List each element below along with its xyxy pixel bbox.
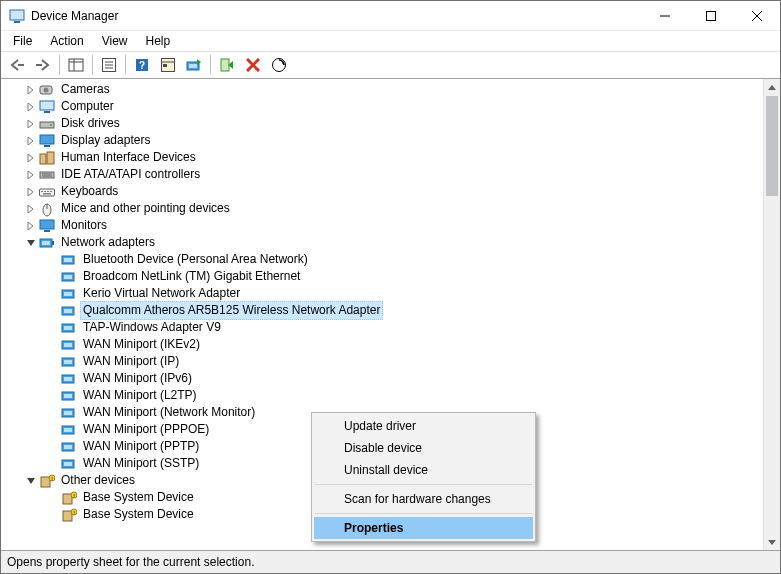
show-hide-tree-button[interactable] <box>64 53 88 77</box>
network-adapter-icon <box>61 320 77 336</box>
menu-bar: File Action View Help <box>1 31 780 51</box>
chevron-right-icon[interactable] <box>23 99 39 115</box>
svg-rect-36 <box>40 172 54 178</box>
tree-category-computer[interactable]: Computer <box>1 98 780 115</box>
chevron-down-icon[interactable] <box>23 473 39 489</box>
minimize-button[interactable] <box>642 1 688 31</box>
chevron-down-icon[interactable] <box>23 235 39 251</box>
svg-rect-55 <box>64 275 72 279</box>
toolbar: ? <box>1 51 780 79</box>
forward-button[interactable] <box>31 53 55 77</box>
uninstall-device-button[interactable] <box>241 53 265 77</box>
title-bar[interactable]: Device Manager <box>1 1 780 31</box>
tree-item[interactable]: WAN Miniport (IKEv2) <box>1 336 780 353</box>
svg-rect-29 <box>44 111 50 113</box>
scan-hardware-button[interactable] <box>267 53 291 77</box>
ide-icon <box>39 167 55 183</box>
network-adapter-icon <box>61 252 77 268</box>
monitor-icon <box>39 218 55 234</box>
network-adapter-icon <box>61 303 77 319</box>
svg-rect-22 <box>221 59 229 71</box>
chevron-right-icon[interactable] <box>23 133 39 149</box>
tree-category-display-adapters[interactable]: Display adapters <box>1 132 780 149</box>
svg-rect-75 <box>64 445 72 449</box>
chevron-right-icon[interactable] <box>23 218 39 234</box>
menu-file[interactable]: File <box>5 32 40 50</box>
tree-category-network-adapters[interactable]: Network adapters <box>1 234 780 251</box>
svg-point-27 <box>44 87 49 92</box>
tree-category-hid[interactable]: Human Interface Devices <box>1 149 780 166</box>
network-adapter-icon <box>61 354 77 370</box>
network-adapter-icon <box>61 422 77 438</box>
tree-category-monitors[interactable]: Monitors <box>1 217 780 234</box>
chevron-right-icon[interactable] <box>23 167 39 183</box>
tree-item[interactable]: Kerio Virtual Network Adapter <box>1 285 780 302</box>
context-menu-disable-device[interactable]: Disable device <box>314 437 533 459</box>
menu-action[interactable]: Action <box>42 32 91 50</box>
action-button[interactable] <box>156 53 180 77</box>
display-adapter-icon <box>39 133 55 149</box>
svg-rect-61 <box>64 326 72 330</box>
context-menu: Update driver Disable device Uninstall d… <box>311 412 536 542</box>
tree-item[interactable]: WAN Miniport (IPv6) <box>1 370 780 387</box>
context-menu-properties[interactable]: Properties <box>314 517 533 539</box>
other-devices-icon: ! <box>39 473 55 489</box>
menu-help[interactable]: Help <box>138 32 179 50</box>
chevron-right-icon[interactable] <box>23 116 39 132</box>
network-adapter-icon <box>39 235 55 251</box>
svg-rect-50 <box>42 241 50 245</box>
update-driver-button[interactable] <box>182 53 206 77</box>
computer-icon <box>39 99 55 115</box>
network-adapter-icon <box>61 286 77 302</box>
tree-item-selected[interactable]: Qualcomm Atheros AR5B125 Wireless Networ… <box>1 302 780 319</box>
enable-device-button[interactable] <box>215 53 239 77</box>
scroll-up-button[interactable] <box>764 79 780 96</box>
tree-item[interactable]: Broadcom NetLink (TM) Gigabit Ethernet <box>1 268 780 285</box>
camera-icon <box>39 82 55 98</box>
tree-item[interactable]: Bluetooth Device (Personal Area Network) <box>1 251 780 268</box>
svg-rect-65 <box>64 360 72 364</box>
svg-rect-77 <box>64 462 72 466</box>
scroll-down-button[interactable] <box>764 533 780 550</box>
svg-rect-51 <box>52 241 54 245</box>
context-menu-update-driver[interactable]: Update driver <box>314 415 533 437</box>
chevron-right-icon[interactable] <box>23 150 39 166</box>
toolbar-separator <box>92 55 93 75</box>
tree-category-disk-drives[interactable]: Disk drives <box>1 115 780 132</box>
svg-rect-0 <box>10 10 24 20</box>
svg-rect-35 <box>47 152 54 164</box>
tree-item[interactable]: TAP-Windows Adapter V9 <box>1 319 780 336</box>
help-button[interactable]: ? <box>130 53 154 77</box>
scrollbar-track[interactable] <box>764 96 780 533</box>
chevron-right-icon[interactable] <box>23 184 39 200</box>
svg-rect-3 <box>707 11 716 20</box>
maximize-button[interactable] <box>688 1 734 31</box>
svg-rect-43 <box>50 191 52 192</box>
tree-category-keyboards[interactable]: Keyboards <box>1 183 780 200</box>
tree-category-mice[interactable]: Mice and other pointing devices <box>1 200 780 217</box>
network-adapter-icon <box>61 456 77 472</box>
svg-rect-47 <box>40 220 54 229</box>
context-menu-scan-hardware[interactable]: Scan for hardware changes <box>314 488 533 510</box>
network-adapter-icon <box>61 439 77 455</box>
properties-button[interactable] <box>97 53 121 77</box>
chevron-right-icon[interactable] <box>23 201 39 217</box>
tree-item[interactable]: WAN Miniport (L2TP) <box>1 387 780 404</box>
svg-rect-53 <box>64 258 72 262</box>
svg-rect-71 <box>64 411 72 415</box>
tree-category-ide[interactable]: IDE ATA/ATAPI controllers <box>1 166 780 183</box>
svg-point-31 <box>50 124 52 126</box>
menu-view[interactable]: View <box>94 32 136 50</box>
context-menu-uninstall-device[interactable]: Uninstall device <box>314 459 533 481</box>
svg-rect-21 <box>189 64 197 68</box>
tree-category-cameras[interactable]: Cameras <box>1 81 780 98</box>
tree-item[interactable]: WAN Miniport (IP) <box>1 353 780 370</box>
vertical-scrollbar[interactable] <box>763 79 780 550</box>
chevron-right-icon[interactable] <box>23 82 39 98</box>
close-button[interactable] <box>734 1 780 31</box>
scrollbar-thumb[interactable] <box>766 96 778 196</box>
back-button[interactable] <box>5 53 29 77</box>
keyboard-icon <box>39 184 55 200</box>
unknown-device-icon: ! <box>61 507 77 523</box>
svg-rect-28 <box>40 101 54 110</box>
